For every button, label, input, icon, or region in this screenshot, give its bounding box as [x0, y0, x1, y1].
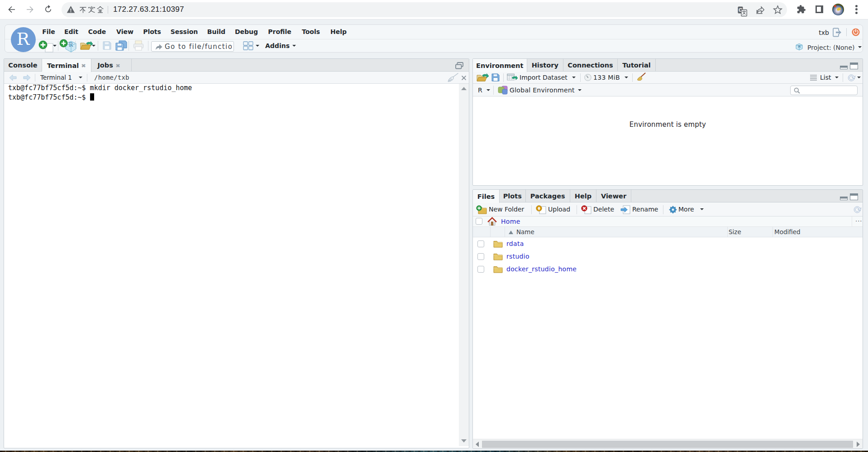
file-checkbox[interactable]	[477, 266, 484, 273]
tab-environment[interactable]: Environment	[473, 59, 527, 72]
new-file-icon[interactable]	[38, 40, 54, 53]
environment-scope-selector[interactable]: Global Environment	[510, 87, 575, 94]
column-header-size[interactable]: Size	[729, 228, 741, 236]
new-file-dropdown-icon[interactable]	[53, 45, 57, 47]
translate-icon[interactable]: G	[738, 6, 747, 17]
forward-icon[interactable]	[26, 5, 34, 14]
delete-button[interactable]: Delete	[593, 206, 614, 213]
project-cube-icon[interactable]: R	[795, 43, 803, 51]
new-folder-icon[interactable]	[476, 205, 487, 214]
terminal-selector[interactable]: Terminal 1	[40, 74, 72, 81]
browser-menu-icon[interactable]	[855, 5, 858, 14]
clear-terminal-broom-icon[interactable]	[446, 72, 459, 83]
file-checkbox[interactable]	[477, 253, 484, 260]
goto-file-input[interactable]	[165, 42, 232, 51]
tab-tutorial[interactable]: Tutorial	[618, 59, 656, 72]
list-view-icon[interactable]	[810, 75, 817, 81]
more-gear-icon[interactable]	[668, 205, 677, 214]
terminal-scrollbar[interactable]	[459, 84, 469, 446]
close-terminal-icon[interactable]	[462, 76, 466, 80]
hscroll-left-icon[interactable]	[476, 442, 479, 447]
tab-help[interactable]: Help	[570, 190, 596, 202]
file-name-link[interactable]: rdata	[506, 240, 524, 247]
list-view-dropdown-icon[interactable]	[835, 77, 839, 78]
sort-ascending-icon[interactable]	[509, 231, 513, 234]
menu-build[interactable]: Build	[207, 28, 225, 35]
file-name-link[interactable]: rstudio	[506, 253, 529, 260]
terminal-selector-dropdown-icon[interactable]	[79, 77, 82, 78]
more-button[interactable]: More	[678, 206, 694, 213]
tab-plots[interactable]: Plots	[500, 190, 526, 202]
tab-jobs[interactable]: Jobs✖	[91, 59, 132, 72]
menu-plots[interactable]: Plots	[143, 28, 161, 35]
quit-session-icon[interactable]	[852, 28, 860, 36]
goto-file-search[interactable]	[151, 41, 234, 52]
column-header-modified[interactable]: Modified	[774, 228, 801, 236]
import-dataset-button[interactable]: Import Dataset	[520, 74, 568, 81]
upload-icon[interactable]	[536, 205, 547, 214]
scope-dropdown-icon[interactable]	[578, 89, 582, 91]
file-row[interactable]: rstudio	[473, 250, 863, 263]
panes-grid-icon[interactable]	[243, 41, 253, 50]
language-dropdown-icon[interactable]	[486, 89, 490, 91]
maximize-pane-icon[interactable]	[455, 62, 463, 69]
avatar[interactable]	[832, 4, 844, 15]
back-icon[interactable]	[8, 5, 16, 14]
global-environment-icon[interactable]	[498, 86, 508, 95]
reload-icon[interactable]	[44, 5, 52, 14]
tab-files[interactable]: Files	[473, 190, 500, 203]
import-dataset-icon[interactable]	[507, 73, 518, 82]
terminal-forward-icon[interactable]	[23, 74, 31, 81]
memory-dropdown-icon[interactable]	[625, 77, 628, 78]
file-row[interactable]: docker_rstudio_home	[473, 263, 863, 275]
terminal-back-icon[interactable]	[9, 74, 17, 81]
select-all-checkbox[interactable]	[476, 218, 482, 225]
menu-code[interactable]: Code	[88, 28, 106, 35]
file-checkbox[interactable]	[477, 240, 484, 247]
print-icon[interactable]	[133, 40, 144, 51]
delete-icon[interactable]	[581, 205, 592, 214]
bookmark-star-icon[interactable]	[773, 5, 782, 14]
menu-help[interactable]: Help	[330, 28, 347, 35]
tab-connections[interactable]: Connections	[563, 59, 618, 72]
open-file-icon[interactable]	[80, 40, 93, 51]
addins-button[interactable]: Addins	[265, 42, 290, 49]
open-file-dropdown-icon[interactable]	[92, 45, 95, 47]
save-all-icon[interactable]	[115, 40, 127, 51]
terminal-output[interactable]: txb@fc77bf75cf5d:~$ mkdir docker_rstudio…	[8, 83, 192, 102]
maximize-panel-icon[interactable]	[850, 193, 858, 200]
menu-view[interactable]: View	[116, 28, 134, 35]
tab-console[interactable]: Console	[4, 59, 42, 72]
addins-dropdown-icon[interactable]	[292, 45, 296, 47]
tab-terminal[interactable]: Terminal✖	[42, 59, 91, 72]
column-header-name[interactable]: Name	[516, 228, 534, 236]
language-selector[interactable]: R	[478, 87, 482, 94]
rename-icon[interactable]	[620, 205, 630, 214]
extensions-icon[interactable]	[796, 5, 806, 14]
address-bar[interactable]: 172.27.63.21:10397 G	[62, 2, 787, 17]
environment-search-box[interactable]	[790, 86, 858, 95]
load-workspace-icon[interactable]	[476, 73, 489, 83]
menu-file[interactable]: File	[42, 28, 55, 35]
project-dropdown-icon[interactable]	[858, 46, 862, 48]
share-icon[interactable]	[756, 5, 765, 14]
import-dataset-dropdown-icon[interactable]	[572, 77, 576, 78]
hscroll-right-icon[interactable]	[857, 442, 860, 447]
tab-viewer[interactable]: Viewer	[596, 190, 631, 202]
clear-environment-broom-icon[interactable]	[634, 72, 646, 83]
memory-gauge-icon[interactable]	[584, 74, 591, 81]
file-row[interactable]: rdata	[473, 237, 863, 250]
minimize-panel-icon[interactable]	[840, 66, 848, 69]
save-icon[interactable]	[103, 41, 111, 50]
breadcrumb-ellipsis-button[interactable]: ...	[855, 216, 862, 223]
menu-edit[interactable]: Edit	[64, 28, 78, 35]
close-jobs-tab-icon[interactable]: ✖	[115, 63, 120, 69]
side-panel-icon[interactable]	[815, 5, 824, 14]
logout-icon[interactable]	[832, 28, 842, 37]
save-workspace-icon[interactable]	[491, 73, 500, 82]
upload-button[interactable]: Upload	[548, 206, 570, 213]
url-text[interactable]: 172.27.63.21:10397	[113, 5, 184, 14]
scrollbar-up-icon[interactable]	[461, 87, 467, 90]
menu-session[interactable]: Session	[171, 28, 198, 35]
rename-button[interactable]: Rename	[632, 206, 658, 213]
